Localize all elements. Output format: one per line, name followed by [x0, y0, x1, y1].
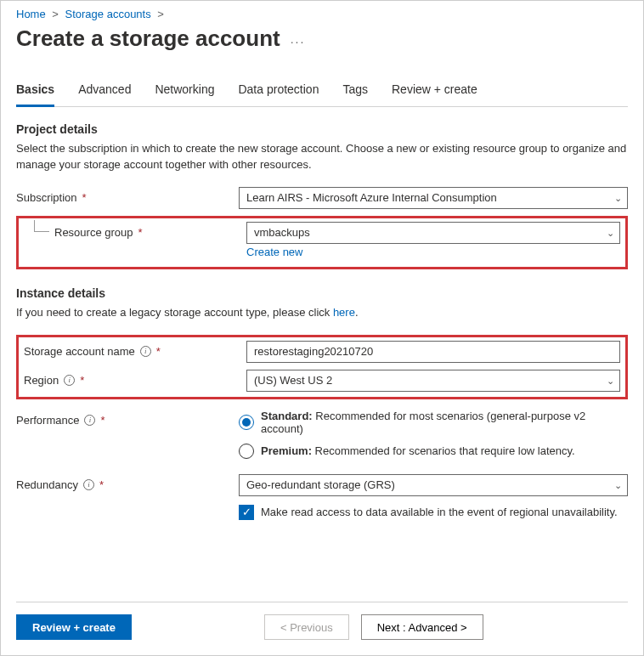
- name-region-highlight: Storage account name i * restorestaging2…: [16, 335, 628, 399]
- more-options-icon[interactable]: ···: [291, 35, 306, 48]
- review-create-button[interactable]: Review + create: [16, 614, 132, 640]
- section-description-project-details: Select the subscription in which to crea…: [16, 141, 628, 173]
- breadcrumb-link-storage-accounts[interactable]: Storage accounts: [65, 8, 151, 20]
- resource-group-select[interactable]: vmbackups ⌄: [246, 222, 620, 244]
- performance-premium-radio[interactable]: Premium: Recommended for scenarios that …: [239, 444, 628, 459]
- redundancy-label: Redundancy i *: [16, 474, 239, 491]
- performance-standard-radio[interactable]: Standard: Recommended for most scenarios…: [239, 410, 628, 435]
- section-description-instance-details: If you need to create a legacy storage a…: [16, 305, 628, 321]
- region-label: Region i *: [24, 370, 246, 387]
- resource-group-label: Resource group*: [24, 222, 246, 239]
- performance-label: Performance i *: [16, 410, 239, 427]
- chevron-down-icon: ⌄: [614, 479, 622, 490]
- info-icon[interactable]: i: [64, 375, 75, 386]
- radio-icon: [239, 415, 254, 430]
- info-icon[interactable]: i: [84, 415, 95, 426]
- tab-advanced[interactable]: Advanced: [78, 76, 131, 107]
- create-new-link[interactable]: Create new: [246, 246, 302, 258]
- info-icon[interactable]: i: [83, 479, 94, 490]
- chevron-right-icon: >: [52, 8, 59, 20]
- chevron-down-icon: ⌄: [614, 192, 622, 203]
- footer-bar: Review + create < Previous Next : Advanc…: [16, 602, 628, 640]
- section-heading-instance-details: Instance details: [16, 286, 628, 300]
- redundancy-select[interactable]: Geo-redundant storage (GRS) ⌄: [239, 474, 628, 496]
- tab-data-protection[interactable]: Data protection: [238, 76, 319, 107]
- previous-button: < Previous: [264, 614, 349, 640]
- legacy-link[interactable]: here: [333, 306, 355, 319]
- breadcrumb: Home > Storage accounts >: [16, 8, 628, 20]
- region-select[interactable]: (US) West US 2 ⌄: [246, 370, 620, 392]
- storage-account-name-input[interactable]: restorestaging20210720: [246, 341, 620, 363]
- chevron-down-icon: ⌄: [607, 375, 614, 386]
- tab-tags[interactable]: Tags: [342, 76, 368, 107]
- section-heading-project-details: Project details: [16, 122, 628, 136]
- subscription-label: Subscription*: [16, 187, 239, 204]
- storage-account-name-label: Storage account name i *: [24, 341, 246, 358]
- chevron-down-icon: ⌄: [607, 227, 614, 238]
- radio-icon: [239, 444, 254, 459]
- tabs: Basics Advanced Networking Data protecti…: [16, 76, 628, 107]
- subscription-select[interactable]: Learn AIRS - Microsoft Azure Internal Co…: [239, 187, 628, 209]
- checkbox-checked-icon: ✓: [239, 505, 254, 520]
- next-button[interactable]: Next : Advanced >: [361, 614, 483, 640]
- breadcrumb-link-home[interactable]: Home: [16, 8, 46, 20]
- tab-review-create[interactable]: Review + create: [392, 76, 477, 107]
- resource-group-highlight: Resource group* vmbackups ⌄ Create new: [16, 216, 628, 269]
- tab-basics[interactable]: Basics: [16, 76, 54, 107]
- tab-networking[interactable]: Networking: [155, 76, 214, 107]
- page-title: Create a storage account: [16, 25, 280, 52]
- chevron-right-icon: >: [157, 8, 164, 20]
- info-icon[interactable]: i: [140, 346, 151, 357]
- read-access-checkbox[interactable]: ✓ Make read access to data available in …: [239, 505, 628, 520]
